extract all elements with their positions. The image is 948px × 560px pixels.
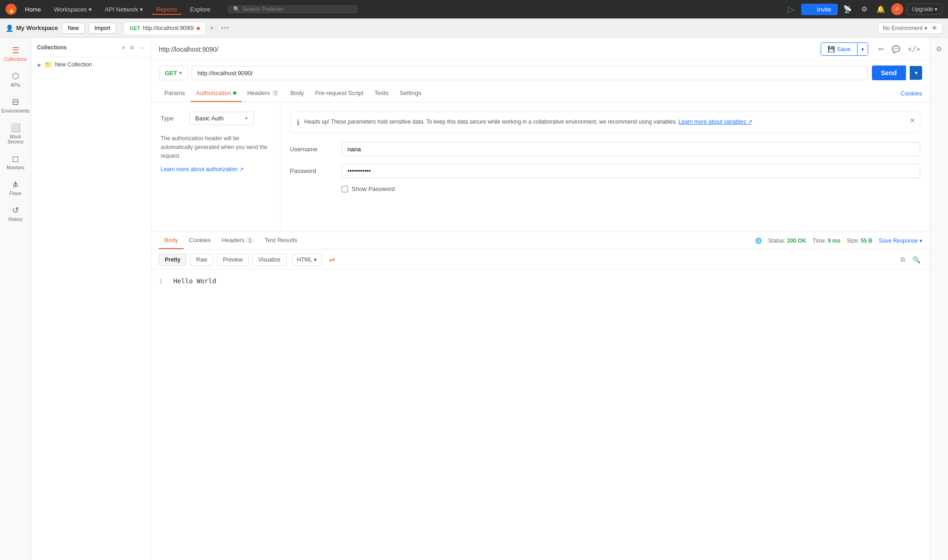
tab-settings[interactable]: Settings <box>394 85 427 102</box>
alert-learn-link[interactable]: Learn more about variables ↗ <box>678 119 752 125</box>
eye-icon: 👁 <box>932 25 937 31</box>
runner-icon[interactable]: ▷ <box>785 3 798 16</box>
nav-reports[interactable]: Reports <box>151 4 182 15</box>
sidebar-item-flows[interactable]: ⋔ Flows <box>2 176 30 200</box>
request-line: GET ▾ Send ▾ <box>151 61 930 85</box>
edit-icon[interactable]: ✏ <box>876 43 886 55</box>
tab-body[interactable]: Body <box>285 85 310 102</box>
resp-tab-test-results[interactable]: Test Results <box>259 232 303 249</box>
username-input[interactable] <box>342 142 920 156</box>
save-button-group: 💾 Save ▾ <box>821 42 868 56</box>
alert-box: ℹ Heads up! These parameters hold sensit… <box>290 112 920 133</box>
password-input[interactable] <box>342 164 920 178</box>
show-password-row: Show Password <box>342 185 920 192</box>
import-button[interactable]: Import <box>89 23 116 34</box>
sidebar-item-environments[interactable]: ⊟ Environments <box>2 93 30 117</box>
save-button[interactable]: 💾 Save <box>821 43 857 55</box>
sidebar-item-monitors[interactable]: ◻ Monitors <box>2 150 30 174</box>
sidebar-item-collections[interactable]: ☰ Collections <box>2 42 30 66</box>
search-bar[interactable]: 🔍 Search Postman <box>228 6 357 13</box>
method-select[interactable]: GET ▾ <box>159 66 188 80</box>
globe-icon: 🌐 <box>755 238 762 244</box>
nav-api-network[interactable]: API Network ▾ <box>100 4 148 15</box>
sidebar-item-apis[interactable]: ⬡ APIs <box>2 67 30 91</box>
auth-left: Type Basic Auth ▾ The authorization head… <box>151 102 281 232</box>
environments-icon: ⊟ <box>12 97 19 107</box>
nav-home[interactable]: Home <box>20 4 46 15</box>
notification-icon[interactable]: 🔔 <box>875 3 888 16</box>
filter-collections-button[interactable]: ≡ <box>129 42 135 52</box>
right-settings-icon[interactable]: ⚙ <box>933 42 946 55</box>
size-label: Size: 55 B <box>847 238 872 244</box>
workspace-bar: 👤 My Workspace New Import GET http://loc… <box>0 18 948 38</box>
tab-params[interactable]: Params <box>159 85 191 102</box>
comment-icon[interactable]: 💬 <box>890 43 902 55</box>
save-icon: 💾 <box>828 46 835 53</box>
username-row: Username <box>290 142 920 156</box>
show-password-checkbox[interactable] <box>342 186 348 192</box>
auth-right: ℹ Heads up! These parameters hold sensit… <box>281 102 930 232</box>
more-collections-button[interactable]: ··· <box>138 42 145 52</box>
invite-button[interactable]: 👤 Invite <box>801 4 838 15</box>
lang-select[interactable]: HTML ▾ <box>292 254 322 266</box>
upgrade-button[interactable]: Upgrade ▾ <box>907 4 942 15</box>
copy-button[interactable]: ⧉ <box>899 254 907 265</box>
tab-pre-request[interactable]: Pre-request Script <box>310 85 369 102</box>
workspace-icon: 👤 <box>6 24 13 32</box>
auth-panel: Type Basic Auth ▾ The authorization head… <box>151 102 930 232</box>
tab-tests[interactable]: Tests <box>369 85 394 102</box>
request-tabs: Params Authorization Headers 7 Body Pre-… <box>151 85 930 102</box>
format-pretty-button[interactable]: Pretty <box>159 254 186 266</box>
tab-more-button[interactable]: ••• <box>218 23 234 33</box>
send-chevron-button[interactable]: ▾ <box>910 66 922 80</box>
save-response-button[interactable]: Save Response ▾ <box>879 238 922 244</box>
request-tab[interactable]: GET http://localhost:9090/ <box>124 22 206 34</box>
avatar[interactable]: P <box>891 3 903 15</box>
format-raw-button[interactable]: Raw <box>190 254 213 266</box>
format-preview-button[interactable]: Preview <box>217 254 249 266</box>
satellite-icon[interactable]: 📡 <box>841 3 854 16</box>
save-chevron-button[interactable]: ▾ <box>857 43 868 55</box>
search-response-button[interactable]: 🔍 <box>911 254 922 265</box>
environment-selector[interactable]: No Environment ▾ 👁 <box>878 23 942 34</box>
nav-explore[interactable]: Explore <box>186 4 215 15</box>
response-meta: 🌐 Status: 200 OK Time: 9 ms Size: 55 B <box>755 238 922 244</box>
type-select-chevron-icon: ▾ <box>245 115 248 121</box>
send-button[interactable]: Send <box>872 66 906 80</box>
format-visualize-button[interactable]: Visualize <box>252 254 287 266</box>
resp-tab-headers[interactable]: Headers 1 <box>216 232 259 249</box>
tab-add-button[interactable]: + <box>206 22 217 34</box>
resp-tab-body[interactable]: Body <box>159 232 184 249</box>
response-tabs-bar: Body Cookies Headers 1 Test Results 🌐 St… <box>151 232 930 250</box>
code-icon[interactable]: </> <box>906 43 922 55</box>
cookies-link[interactable]: Cookies <box>900 90 922 97</box>
search-icon: 🔍 <box>233 6 240 12</box>
new-button[interactable]: New <box>62 23 85 34</box>
password-row: Password <box>290 164 920 178</box>
auth-active-dot <box>233 91 236 95</box>
nav-workspaces[interactable]: Workspaces ▾ <box>49 4 96 15</box>
wrap-icon[interactable]: ⇌ <box>327 253 337 266</box>
show-password-label[interactable]: Show Password <box>352 185 395 192</box>
right-sidebar: ⚙ <box>930 38 948 560</box>
top-right-icons: ✏ 💬 </> <box>876 43 922 55</box>
url-input[interactable] <box>192 66 868 80</box>
main-layout: ☰ Collections ⬡ APIs ⊟ Environments ⬜ Mo… <box>0 38 948 560</box>
tab-headers[interactable]: Headers 7 <box>242 85 285 102</box>
alert-icon: ℹ <box>297 118 300 127</box>
top-nav: 🔥 Home Workspaces ▾ API Network ▾ Report… <box>0 0 948 18</box>
add-collection-button[interactable]: + <box>120 42 126 52</box>
tab-authorization[interactable]: Authorization <box>191 85 242 102</box>
new-collection-item[interactable]: ▶ 📁 New Collection <box>31 57 151 72</box>
request-url-display: http://localhost:9090/ <box>159 46 816 53</box>
response-section: Body Cookies Headers 1 Test Results 🌐 St… <box>151 232 930 292</box>
status-label: Status: 200 OK <box>768 238 806 244</box>
alert-close-button[interactable]: ✕ <box>910 117 915 124</box>
sidebar-item-mock-servers[interactable]: ⬜ Mock Servers <box>2 119 30 148</box>
learn-more-link[interactable]: Learn more about authorization ↗ <box>161 166 244 173</box>
resp-tab-cookies[interactable]: Cookies <box>184 232 216 249</box>
main-content: http://localhost:9090/ 💾 Save ▾ ✏ 💬 </> … <box>151 38 930 560</box>
settings-icon[interactable]: ⚙ <box>858 3 871 16</box>
sidebar-item-history[interactable]: ↺ History <box>2 202 30 226</box>
auth-type-select[interactable]: Basic Auth ▾ <box>189 112 254 125</box>
